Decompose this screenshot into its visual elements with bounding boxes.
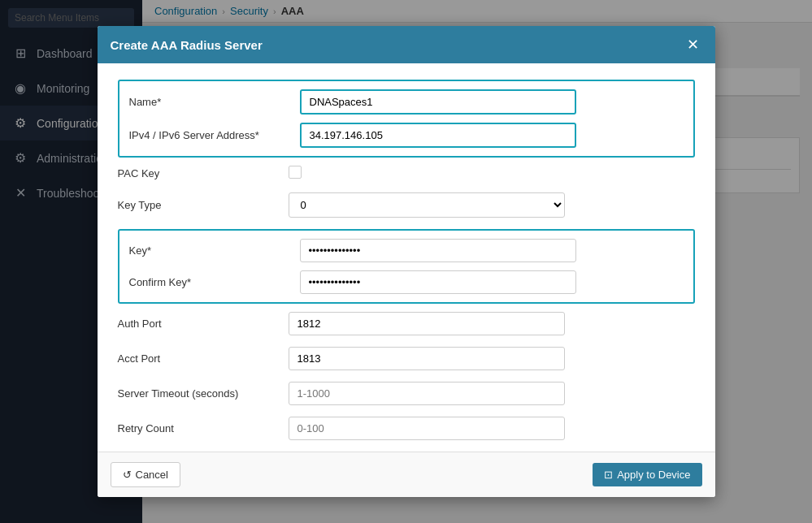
modal-header: Create AAA Radius Server ✕ [98, 26, 715, 63]
name-input[interactable] [300, 89, 576, 115]
retry-count-label: Retry Count [118, 422, 289, 434]
modal-overlay: Create AAA Radius Server ✕ Name* IPv4 / … [0, 0, 812, 523]
key-type-label: Key Type [118, 199, 289, 211]
acct-port-input[interactable] [289, 347, 565, 370]
acct-port-input-wrapper [289, 347, 565, 370]
auth-port-label: Auth Port [118, 318, 289, 330]
form-row-pac-key: PAC Key [118, 166, 695, 181]
pac-key-checkbox[interactable] [289, 166, 302, 179]
retry-count-input[interactable] [289, 417, 565, 440]
apply-label: Apply to Device [617, 469, 690, 481]
ipv4-input-wrapper [300, 123, 576, 148]
key-label: Key* [129, 244, 300, 257]
confirm-key-label: Confirm Key* [129, 276, 300, 288]
form-row-confirm-key: Confirm Key* [129, 270, 684, 294]
pac-key-label: PAC Key [118, 167, 289, 179]
undo-icon: ↺ [123, 469, 132, 481]
apply-icon: ⊡ [604, 469, 613, 481]
key-type-select-wrapper: 0 7 [289, 192, 565, 218]
form-row-auth-port: Auth Port [118, 312, 695, 335]
ipv4-input[interactable] [300, 123, 576, 148]
form-row-name: Name* [129, 89, 684, 115]
key-type-select[interactable]: 0 7 [289, 192, 565, 218]
form-row-server-timeout: Server Timeout (seconds) [118, 382, 695, 405]
pac-key-input-wrapper [289, 166, 565, 181]
modal-title: Create AAA Radius Server [111, 38, 263, 52]
confirm-key-input[interactable] [300, 270, 576, 294]
form-row-key: Key* [129, 239, 684, 262]
server-timeout-label: Server Timeout (seconds) [118, 387, 289, 400]
auth-port-input[interactable] [289, 312, 565, 335]
server-timeout-input[interactable] [289, 382, 565, 405]
modal-footer: ↺ Cancel ⊡ Apply to Device [98, 452, 715, 497]
key-input[interactable] [300, 239, 576, 262]
form-row-ipv4: IPv4 / IPv6 Server Address* [129, 123, 684, 148]
name-input-wrapper [300, 89, 576, 115]
ipv4-label: IPv4 / IPv6 Server Address* [129, 129, 300, 141]
cancel-label: Cancel [136, 469, 168, 481]
form-row-acct-port: Acct Port [118, 347, 695, 370]
modal-body: Name* IPv4 / IPv6 Server Address* PAC Ke… [98, 63, 715, 452]
name-label: Name* [129, 96, 300, 108]
retry-count-input-wrapper [289, 417, 565, 440]
auth-port-input-wrapper [289, 312, 565, 335]
name-ip-group: Name* IPv4 / IPv6 Server Address* [118, 80, 695, 158]
apply-to-device-button[interactable]: ⊡ Apply to Device [593, 463, 701, 486]
form-row-key-type: Key Type 0 7 [118, 192, 695, 218]
confirm-key-input-wrapper [300, 270, 576, 294]
modal-close-button[interactable]: ✕ [684, 36, 702, 54]
server-timeout-input-wrapper [289, 382, 565, 405]
key-input-wrapper [300, 239, 576, 262]
cancel-button[interactable]: ↺ Cancel [111, 462, 180, 487]
acct-port-label: Acct Port [118, 352, 289, 365]
modal-create-radius-server: Create AAA Radius Server ✕ Name* IPv4 / … [98, 26, 715, 497]
form-row-retry-count: Retry Count [118, 417, 695, 440]
key-confirm-group: Key* Confirm Key* [118, 229, 695, 304]
